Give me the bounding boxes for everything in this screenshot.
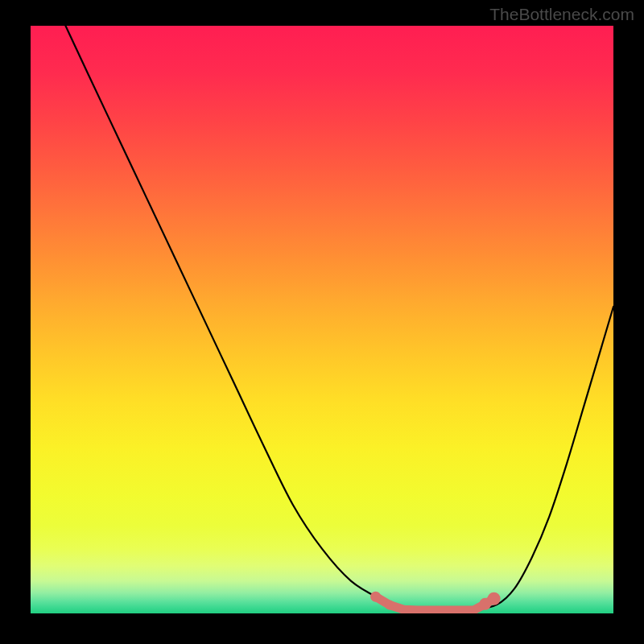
valley-marker-dot	[479, 598, 491, 610]
chart-container: TheBottleneck.com	[0, 0, 644, 644]
valley-marker-dot	[370, 592, 381, 602]
plot-area	[31, 26, 613, 613]
bottleneck-curve	[31, 26, 613, 613]
watermark-text: TheBottleneck.com	[489, 5, 634, 24]
valley-marker-dot	[385, 600, 394, 609]
